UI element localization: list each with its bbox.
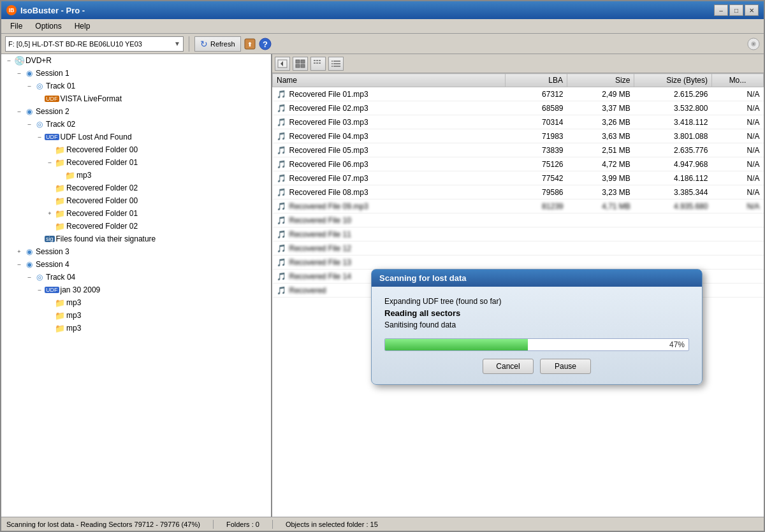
tree-node-session4[interactable]: – ◉ Session 4 [1,258,271,271]
menu-options[interactable]: Options [29,20,68,32]
expand-mp3c[interactable] [45,310,55,320]
file-mo [711,255,763,270]
file-name-cell: 🎵Recovered File 04.mp3 [273,129,506,143]
pause-button[interactable]: Pause [540,359,591,374]
cancel-button[interactable]: Cancel [483,359,534,374]
expand-rfolder00a[interactable] [45,145,55,155]
tree-node-udf[interactable]: – UDF UDF Lost And Found [1,131,271,143]
table-row[interactable]: 🎵Recovered File 06.mp3751264,72 MB4.947.… [273,157,764,171]
table-row[interactable]: 🎵Recovered File 13 [273,255,764,270]
progress-bar-fill [385,339,528,350]
file-lba: 67312 [505,87,567,101]
modal-body: Expanding UDF tree (found so far) Readin… [372,287,702,384]
expand-track02[interactable]: – [24,119,34,129]
table-row[interactable]: 🎵Recovered File 04.mp3719833,63 MB3.801.… [273,129,764,143]
col-header-name[interactable]: Name [273,74,506,87]
file-music-icon: 🎵 [277,131,287,141]
menu-file[interactable]: File [4,20,29,32]
expand-jan30[interactable]: – [34,285,45,295]
minimize-button[interactable]: – [714,4,728,16]
col-header-sizebytes[interactable]: Size (Bytes) [634,74,712,87]
table-row[interactable]: 🎵Recovered File 02.mp3685893,37 MB3.532.… [273,101,764,115]
table-row[interactable]: 🎵Recovered File 08.mp3795863,23 MB3.385.… [273,185,764,199]
tree-node-session1[interactable]: – ◉ Session 1 [1,67,271,80]
view-details[interactable] [328,57,344,71]
tree-node-rfolder00a[interactable]: 📁 Recovered Folder 00 [1,143,271,156]
status-sep1 [213,520,214,529]
col-header-size[interactable]: Size [567,74,634,87]
tree-node-session3[interactable]: + ◉ Session 3 [1,245,271,258]
tree-node-rfolder02b[interactable]: 📁 Recovered Folder 02 [1,220,271,233]
tree-node-mp3d[interactable]: 📁 mp3 [1,322,271,334]
view-large-icons[interactable] [293,57,308,71]
expand-track01[interactable]: – [24,81,34,91]
expand-session1[interactable]: – [14,68,24,78]
expand-mp3d[interactable] [45,323,55,333]
maximize-button[interactable]: □ [729,4,743,16]
expand-session2[interactable]: – [14,106,24,117]
expand-session3[interactable]: + [14,247,24,257]
tree-node-mp3c[interactable]: 📁 mp3 [1,309,271,322]
expand-rfolder02b[interactable] [45,221,55,231]
expand-files-sig[interactable] [34,234,45,244]
file-size: 2,51 MB [567,143,634,157]
file-name: Recovered File 08.mp3 [289,188,368,197]
back-button[interactable] [275,57,290,71]
file-name-cell: 🎵Recovered File 10 [273,213,506,227]
table-row[interactable]: 🎵Recovered File 05.mp3738392,51 MB2.635.… [273,143,764,157]
tree-node-rfolder01a[interactable]: – 📁 Recovered Folder 01 [1,156,271,169]
tree-node-session2[interactable]: – ◉ Session 2 [1,105,271,118]
udf-badge-jan30: UDF [45,287,59,293]
tree-node-liveformat[interactable]: UDF VISTA LiveFormat [1,92,271,105]
extract-icon[interactable]: ⬆ [244,38,256,50]
tree-node-mp3a[interactable]: 📁 mp3 [1,169,271,182]
close-button[interactable]: ✕ [745,4,759,16]
tree-label-jan30: jan 30 2009 [61,285,101,294]
tree-label-dvd: DVD+R [26,56,52,65]
tree-node-files-sig[interactable]: sig Files found via their signature [1,233,271,245]
tree-node-rfolder00b[interactable]: 📁 Recovered Folder 00 [1,194,271,207]
file-name: Recovered File 03.mp3 [289,118,368,127]
file-music-icon: 🎵 [277,103,287,113]
expand-rfolder00b[interactable] [45,196,55,206]
expand-rfolder02a[interactable] [45,183,55,193]
file-music-icon: 🎵 [277,117,287,127]
tree-node-track02[interactable]: – ◎ Track 02 [1,118,271,131]
table-row[interactable]: 🎵Recovered File 12 [273,241,764,255]
table-row[interactable]: 🎵Recovered File 10 [273,213,764,227]
file-lba: 81239 [505,199,567,213]
expand-mp3b[interactable] [45,298,55,308]
tree-node-jan30[interactable]: – UDF jan 30 2009 [1,284,271,296]
view-small-icons[interactable] [310,57,326,71]
tree-node-track04[interactable]: – ◎ Track 04 [1,271,271,284]
drive-dropdown[interactable]: F: [0,5] HL-DT-ST BD-RE BE06LU10 YE03 ▼ [5,36,184,52]
table-row[interactable]: 🎵Recovered File 03.mp3703143,26 MB3.418.… [273,115,764,129]
menu-help[interactable]: Help [68,20,97,32]
expand-mp3a[interactable] [55,170,65,180]
tree-node-mp3b[interactable]: 📁 mp3 [1,296,271,309]
table-row[interactable]: 🎵Recovered File 09.mp3812394,71 MB4.935.… [273,199,764,213]
expand-rfolder01b[interactable]: + [45,208,55,219]
expand-rfolder01a[interactable]: – [45,157,55,168]
file-name: Recovered File 01.mp3 [289,90,368,99]
file-lba [505,255,567,270]
tree-node-rfolder02a[interactable]: 📁 Recovered Folder 02 [1,182,271,194]
expand-udf[interactable]: – [34,132,45,142]
disc-eject-icon[interactable] [747,38,760,50]
refresh-button[interactable]: ↻ Refresh [194,36,241,52]
table-row[interactable]: 🎵Recovered File 11 [273,227,764,241]
col-header-mo[interactable]: Mo... [711,74,763,87]
table-row[interactable]: 🎵Recovered File 01.mp3673122,49 MB2.615.… [273,87,764,101]
table-row[interactable]: 🎵Recovered File 07.mp3775423,99 MB4.186.… [273,171,764,185]
file-music-icon: 🎵 [277,243,287,254]
expand-dvd[interactable]: – [4,55,14,66]
expand-liveformat[interactable] [34,94,45,104]
expand-session4[interactable]: – [14,259,24,270]
expand-track04[interactable]: – [24,272,34,282]
tree-node-dvd[interactable]: – 💿 DVD+R [1,54,271,67]
progress-bar-container: 47% [384,338,689,351]
tree-node-rfolder01b[interactable]: + 📁 Recovered Folder 01 [1,207,271,220]
help-icon[interactable]: ? [259,38,272,50]
col-header-lba[interactable]: LBA [505,74,567,87]
tree-node-track01[interactable]: – ◎ Track 01 [1,80,271,92]
